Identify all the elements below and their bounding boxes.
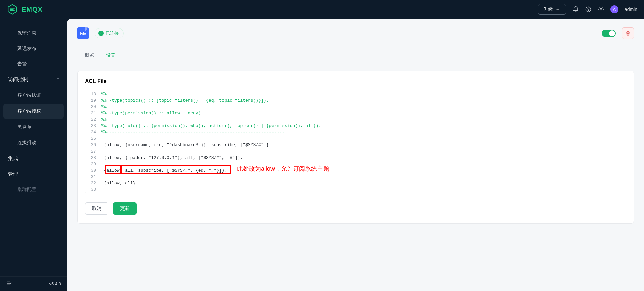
logo-icon	[7, 4, 18, 15]
update-button[interactable]: 更新	[113, 202, 137, 215]
code-line: 25	[85, 135, 626, 142]
code-text: {allow, all}.	[101, 180, 626, 186]
connection-status-badge: ✓ 已连接	[95, 28, 124, 38]
acl-code-editor[interactable]: 18%%19%% -type(topics() :: [topic_filter…	[85, 91, 626, 193]
code-text: %% -type(topics() :: [topic_filters() | …	[101, 97, 626, 104]
code-line: 30 {allow, all, subscribe, ["$SYS/#", {e…	[85, 167, 626, 174]
chevron-up-icon: ˄	[57, 172, 59, 177]
upgrade-button[interactable]: 升级 →	[538, 4, 566, 15]
check-icon: ✓	[98, 31, 104, 36]
line-number: 31	[85, 174, 101, 180]
code-line: 20%%	[85, 104, 626, 110]
line-number: 20	[85, 104, 101, 110]
code-text: %% -type(rule() :: {permission(), who(),…	[101, 123, 626, 129]
button-row: 取消 更新	[85, 202, 626, 215]
sidebar-item-6[interactable]: 黑名单	[0, 120, 67, 135]
code-text: {allow, all, subscribe, ["$SYS/#", {eq, …	[101, 167, 626, 174]
line-number: 27	[85, 148, 101, 155]
code-line: 27	[85, 148, 626, 155]
svg-point-5	[588, 11, 588, 11]
sidebar-section-label: 访问控制	[8, 76, 28, 83]
sidebar-item-1[interactable]: 延迟发布	[0, 41, 67, 56]
line-number: 18	[85, 91, 101, 97]
bell-icon[interactable]	[572, 6, 579, 13]
sidebar-item-0[interactable]: 保留消息	[0, 25, 67, 41]
help-icon[interactable]	[585, 6, 592, 13]
sidebar-item-7[interactable]: 连接抖动	[0, 135, 67, 151]
sidebar-section-9[interactable]: 管理˄	[0, 166, 67, 182]
code-line: 23%% -type(rule() :: {permission(), who(…	[85, 123, 626, 129]
code-text	[101, 135, 626, 142]
code-line: 33	[85, 186, 626, 193]
delete-button[interactable]	[622, 27, 634, 39]
tab-0[interactable]: 概览	[85, 49, 94, 63]
sidebar-item-5[interactable]: 客户端授权	[3, 104, 64, 119]
sidebar-item-10[interactable]: 集群配置	[0, 182, 67, 197]
line-number: 19	[85, 97, 101, 104]
connection-status-label: 已连接	[106, 30, 119, 36]
editor-title: ACL File	[85, 78, 626, 84]
enable-toggle[interactable]	[602, 30, 616, 37]
chevron-up-icon: ˄	[57, 77, 59, 82]
line-number: 26	[85, 142, 101, 148]
code-text: %%	[101, 91, 626, 97]
sidebar-item-4[interactable]: 客户端认证	[0, 88, 67, 103]
sidebar-section-8[interactable]: 集成˅	[0, 151, 67, 166]
code-line: 28 {allow, {ipaddr, "127.0.0.1"}, all, […	[85, 155, 626, 161]
cancel-button[interactable]: 取消	[85, 202, 108, 215]
code-line: 19%% -type(topics() :: [topic_filters() …	[85, 97, 626, 104]
editor-card: ACL File 18%%19%% -type(topics() :: [top…	[77, 71, 634, 224]
code-line: 24%%------------------------------------…	[85, 129, 626, 135]
code-line: 21%% -type(permission() :: allow | deny)…	[85, 110, 626, 116]
username: admin	[625, 7, 637, 12]
svg-point-6	[600, 9, 602, 10]
collapse-icon[interactable]	[6, 280, 12, 287]
sidebar: 保留消息延迟发布告警访问控制˄客户端认证客户端授权黑名单连接抖动集成˅管理˄集群…	[0, 19, 67, 291]
topbar-right: 升级 → A admin	[538, 4, 637, 15]
code-text	[101, 161, 626, 167]
line-number: 30	[85, 167, 101, 174]
line-number: 22	[85, 116, 101, 123]
line-number: 21	[85, 110, 101, 116]
file-badge: File	[77, 27, 89, 39]
code-line: 29	[85, 161, 626, 167]
avatar[interactable]: A	[610, 5, 618, 13]
brand-name: EMQX	[21, 6, 43, 13]
line-number: 32	[85, 180, 101, 186]
sidebar-section-label: 集成	[8, 155, 18, 162]
code-line: 22%%	[85, 116, 626, 123]
chevron-down-icon: ˅	[57, 156, 59, 161]
code-line: 18%%	[85, 91, 626, 97]
authz-header: File ✓ 已连接	[77, 27, 634, 39]
code-text: %%	[101, 116, 626, 123]
gear-icon[interactable]	[598, 6, 604, 13]
code-line: 31	[85, 174, 626, 180]
code-line: 26 {allow, {username, {re, "^dashboard$"…	[85, 142, 626, 148]
tabs: 概览设置	[77, 49, 634, 63]
code-line: 32 {allow, all}.	[85, 180, 626, 186]
main: File ✓ 已连接 概览设置 ACL File 18%%19%% -type(…	[67, 19, 644, 291]
upgrade-label: 升级	[544, 6, 553, 12]
sidebar-section-3[interactable]: 访问控制˄	[0, 72, 67, 88]
code-text: %%	[101, 104, 626, 110]
code-text	[101, 186, 626, 193]
code-text: %% -type(permission() :: allow | deny).	[101, 110, 626, 116]
code-text: {allow, {ipaddr, "127.0.0.1"}, all, ["$S…	[101, 155, 626, 161]
line-number: 24	[85, 129, 101, 135]
tab-1[interactable]: 设置	[106, 49, 115, 63]
code-text: %%--------------------------------------…	[101, 129, 626, 135]
sidebar-item-2[interactable]: 告警	[0, 56, 67, 72]
line-number: 33	[85, 186, 101, 193]
line-number: 25	[85, 135, 101, 142]
code-text: {allow, {username, {re, "^dashboard$"}},…	[101, 142, 626, 148]
sidebar-footer: v5.4.0	[0, 276, 67, 291]
code-text	[101, 148, 626, 155]
sidebar-section-label: 管理	[8, 171, 18, 177]
line-number: 29	[85, 161, 101, 167]
code-text	[101, 174, 626, 180]
logo[interactable]: EMQX	[7, 4, 43, 15]
topbar: EMQX 升级 → A admin	[0, 0, 644, 19]
arrow-right-icon: →	[556, 7, 560, 12]
line-number: 28	[85, 155, 101, 161]
version-label: v5.4.0	[49, 281, 61, 286]
